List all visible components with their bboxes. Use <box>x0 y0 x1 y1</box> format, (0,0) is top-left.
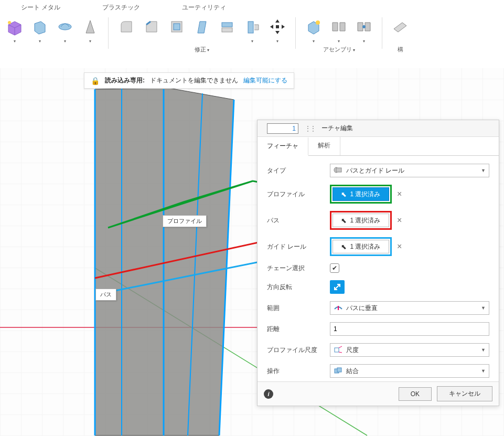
cursor-icon: ⬉ <box>341 243 347 251</box>
svg-point-0 <box>8 21 11 24</box>
tool-chamfer-icon[interactable] <box>140 15 163 38</box>
toolbar-separator <box>108 17 109 49</box>
tool-asm-joint-icon[interactable]: ▾ <box>352 15 376 38</box>
label-chain: チェーン選択 <box>267 264 330 273</box>
ribbon-cat-plastic[interactable]: プラスチック <box>102 3 140 12</box>
ok-button[interactable]: OK <box>399 387 432 401</box>
path-selection-chip[interactable]: ⬉ 1 選択済み <box>333 214 389 227</box>
tool-group-modify: ▾ ▾ 修正▾ <box>112 15 292 54</box>
type-value: パスとガイド レール <box>346 166 478 175</box>
chevron-down-icon: ▾ <box>64 39 66 44</box>
panel-titlebar[interactable]: ⋮⋮ ーチャ編集 <box>258 120 499 137</box>
panel-title-text: ーチャ編集 <box>321 124 353 133</box>
panel-footer: i OK キャンセル <box>258 381 499 406</box>
chevron-down-icon: ▾ <box>313 39 315 44</box>
operation-combo[interactable]: 結合 ▼ <box>330 364 489 378</box>
svg-rect-16 <box>336 168 341 172</box>
chevron-down-icon: ▾ <box>39 39 41 44</box>
profile-clear-button[interactable]: × <box>395 189 404 199</box>
chevron-down-icon: ▼ <box>481 168 486 173</box>
group-label-modify[interactable]: 修正▾ <box>195 46 209 54</box>
label-guide: ガイド レール <box>267 242 330 251</box>
label-extent: 範囲 <box>267 304 330 313</box>
path-rail-icon <box>334 166 343 175</box>
scale-combo[interactable]: 尺度 ▼ <box>330 343 489 357</box>
tab-analysis[interactable]: 解析 <box>308 137 340 155</box>
scale-icon <box>334 346 343 355</box>
tooltip-profile: プロファイル <box>163 215 207 227</box>
panel-tabs: フィーチャ 解析 <box>258 137 499 156</box>
label-scale: プロファイル尺度 <box>267 346 330 355</box>
feature-edit-panel: ⋮⋮ ーチャ編集 フィーチャ 解析 タイプ パスとガイド レール ▼ プロファイ… <box>257 120 499 406</box>
chevron-down-icon: ▼ <box>481 347 486 353</box>
tool-shell-icon[interactable] <box>165 15 188 38</box>
tab-feature[interactable]: フィーチャ <box>258 137 308 156</box>
chevron-down-icon: ▾ <box>338 39 340 44</box>
tool-move-icon[interactable]: ▾ <box>266 15 289 38</box>
tool-group-assembly: ▾ ▾ ▾ アセンブリ▾ <box>299 15 379 54</box>
path-clear-button[interactable]: × <box>395 216 404 225</box>
tool-joint-icon[interactable]: ▾ <box>327 15 350 38</box>
ribbon-cat-sheetmetal[interactable]: シート メタル <box>21 3 60 12</box>
svg-rect-18 <box>335 348 339 352</box>
tool-pressfit-icon[interactable]: ▾ <box>241 15 264 38</box>
group-label-assembly[interactable]: アセンブリ▾ <box>323 46 355 54</box>
tool-group-construct: 構 <box>385 15 415 54</box>
extent-value: パスに垂直 <box>346 304 478 313</box>
svg-rect-20 <box>337 368 341 372</box>
label-profile: プロファイル <box>267 190 330 199</box>
cursor-icon: ⬉ <box>341 217 347 225</box>
svg-rect-7 <box>276 25 279 28</box>
svg-rect-3 <box>174 24 180 30</box>
cursor-icon: ⬉ <box>341 190 347 198</box>
tool-component-icon[interactable]: ▾ <box>302 15 325 38</box>
extent-combo[interactable]: パスに垂直 ▼ <box>330 301 489 315</box>
chevron-down-icon: ▾ <box>89 39 91 44</box>
tooltip-path: パス <box>95 289 116 301</box>
tool-revolve-icon[interactable]: ▾ <box>53 15 77 38</box>
toolbar-separator <box>295 17 296 49</box>
chevron-down-icon: ▼ <box>481 368 486 374</box>
enable-edit-link[interactable]: 編集可能にする <box>243 76 287 85</box>
label-distance: 距離 <box>267 325 330 334</box>
operation-value: 結合 <box>346 367 478 376</box>
ribbon-categories: シート メタル プラスチック ユーティリティ <box>0 0 504 12</box>
distance-input[interactable] <box>330 322 489 336</box>
label-type: タイプ <box>267 166 330 175</box>
tool-box-icon[interactable]: ▾ <box>3 15 26 38</box>
toolbar-separator <box>382 17 382 49</box>
guide-selection-chip[interactable]: ⬉ 1 選択済み <box>333 240 389 253</box>
profile-highlight: ⬉ 1 選択済み <box>330 185 392 204</box>
drag-handle-icon[interactable]: ⋮⋮ <box>305 125 315 132</box>
svg-rect-5 <box>222 28 232 32</box>
readonly-label: 読み込み専用: <box>105 76 145 85</box>
svg-rect-6 <box>248 22 253 33</box>
tool-draft-icon[interactable] <box>190 15 213 38</box>
info-icon[interactable]: i <box>264 389 273 399</box>
chevron-down-icon: ▾ <box>276 39 278 44</box>
tool-fillet-icon[interactable] <box>115 15 138 38</box>
cancel-button[interactable]: キャンセル <box>437 386 492 401</box>
guide-clear-button[interactable]: × <box>395 242 404 251</box>
svg-point-1 <box>59 24 71 30</box>
feature-count-input[interactable] <box>267 123 298 134</box>
svg-rect-4 <box>222 23 232 27</box>
type-combo[interactable]: パスとガイド レール ▼ <box>330 164 489 177</box>
guide-sel-text: 1 選択済み <box>350 242 380 251</box>
readonly-bar: 🔒 読み込み専用: ドキュメントを編集できません 編集可能にする <box>84 72 294 89</box>
ribbon-cat-utility[interactable]: ユーティリティ <box>182 3 226 12</box>
tool-split-icon[interactable] <box>216 15 239 38</box>
chevron-down-icon: ▾ <box>251 39 253 44</box>
flip-direction-button[interactable] <box>330 280 345 294</box>
profile-selection-chip[interactable]: ⬉ 1 選択済み <box>333 187 389 201</box>
tool-plane-icon[interactable] <box>389 15 412 38</box>
tool-extrude-icon[interactable]: ▾ <box>28 15 51 38</box>
path-highlight: ⬉ 1 選択済み <box>330 211 392 230</box>
label-orient: 方向反転 <box>267 283 330 292</box>
join-icon <box>334 367 343 376</box>
svg-point-9 <box>362 25 366 28</box>
svg-point-8 <box>316 20 320 25</box>
chevron-down-icon: ▼ <box>481 305 486 311</box>
tool-loft-icon[interactable]: ▾ <box>79 15 102 38</box>
chain-checkbox[interactable]: ✔ <box>330 263 339 273</box>
